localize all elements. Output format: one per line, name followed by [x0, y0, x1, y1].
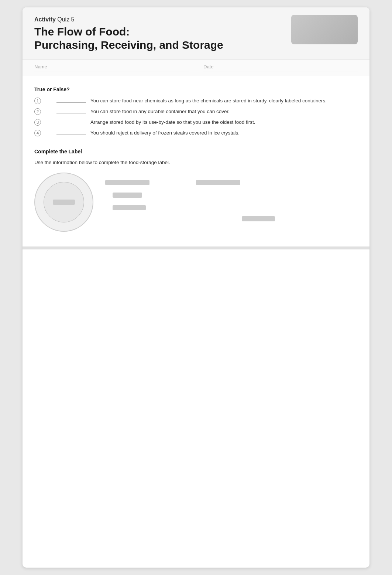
complete-label-desc: Use the information below to complete th… [34, 160, 358, 165]
label-grid [105, 180, 275, 210]
item-text-4: You should reject a delivery of frozen s… [90, 130, 358, 137]
label-image-area [34, 173, 358, 232]
item-text-1: You can store food near chemicals as lon… [90, 98, 358, 105]
label-bottom-area [105, 216, 275, 221]
name-date-row: Name Date [23, 59, 369, 76]
title-line2: Purchasing, Receiving, and Storage [34, 39, 223, 51]
date-label: Date [203, 64, 213, 69]
item-text-3: Arrange stored food by its use-by-date s… [90, 119, 358, 126]
answer-line-1[interactable] [56, 98, 86, 103]
field-line-1a[interactable] [105, 180, 149, 185]
circle-3: 3 [34, 119, 41, 126]
item-number-4: 4 [34, 130, 56, 136]
header-image-placeholder [291, 15, 358, 44]
label-field-1 [105, 180, 184, 187]
circular-label [34, 173, 93, 232]
name-label: Name [34, 64, 47, 69]
quiz-items-list: 1 You can store food near chemicals as l… [34, 98, 358, 137]
date-field[interactable]: Date [203, 64, 358, 71]
circular-label-line [53, 200, 75, 205]
item-number-2: 2 [34, 108, 56, 115]
activity-bold: Activity [34, 16, 56, 23]
answer-line-4[interactable] [56, 130, 86, 135]
complete-label-title: Complete the Label [34, 149, 358, 154]
quiz-item: 1 You can store food near chemicals as l… [34, 98, 358, 105]
label-field-4 [105, 205, 275, 210]
field-line-3a[interactable] [113, 193, 142, 198]
circular-label-inner [44, 182, 84, 222]
label-field-3 [105, 193, 184, 200]
field-line-4a[interactable] [113, 205, 146, 210]
header-image [291, 15, 358, 44]
item-text-2: You can store food in any durable contai… [90, 108, 358, 115]
name-field[interactable]: Name [34, 64, 189, 71]
content-section: True or False? 1 You can store food near… [23, 76, 369, 246]
title-line1: The Flow of Food: [34, 25, 130, 38]
page-container: Activity Quiz 5 The Flow of Food: Purcha… [23, 7, 369, 568]
true-false-title: True or False? [34, 86, 358, 92]
item-number-3: 3 [34, 119, 56, 126]
circle-1: 1 [34, 98, 41, 104]
field-line-2a[interactable] [196, 180, 240, 185]
quiz-item: 3 Arrange stored food by its use-by-date… [34, 119, 358, 126]
circle-4: 4 [34, 130, 41, 136]
quiz-item: 2 You can store food in any durable cont… [34, 108, 358, 115]
circle-2: 2 [34, 108, 41, 115]
answer-line-3[interactable] [56, 119, 86, 124]
complete-label-section: Complete the Label Use the information b… [34, 149, 358, 232]
label-bottom-line[interactable] [242, 216, 275, 221]
quiz-item: 4 You should reject a delivery of frozen… [34, 130, 358, 137]
answer-line-2[interactable] [56, 108, 86, 113]
label-field-2 [196, 180, 275, 187]
label-form-area [105, 180, 358, 221]
activity-subtitle: Quiz 5 [57, 16, 74, 23]
header-section: Activity Quiz 5 The Flow of Food: Purcha… [23, 7, 369, 59]
footer-bar [23, 246, 369, 249]
item-number-1: 1 [34, 98, 56, 104]
